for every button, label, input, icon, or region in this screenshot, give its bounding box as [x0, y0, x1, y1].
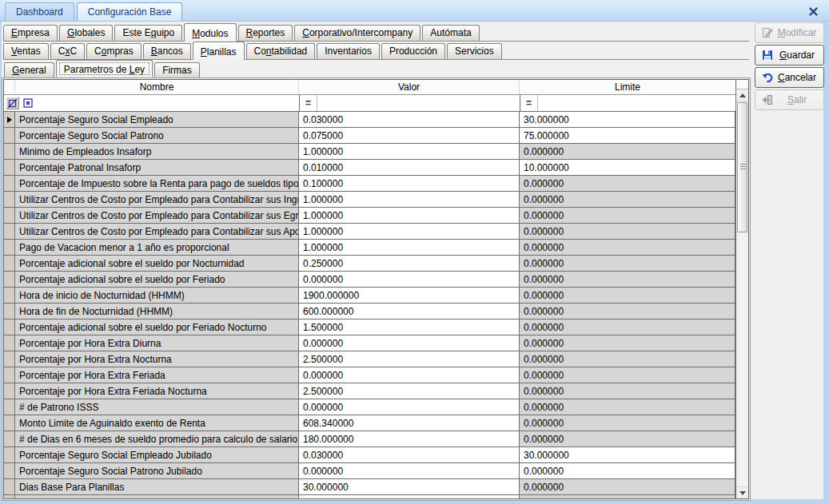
current-row-indicator[interactable]: [4, 112, 15, 128]
row-selector[interactable]: [4, 192, 15, 208]
row-selector[interactable]: [4, 319, 15, 335]
cell-valor[interactable]: 1.000000: [299, 224, 520, 240]
filter-input-valor[interactable]: [317, 95, 520, 111]
column-header-valor[interactable]: Valor: [299, 80, 520, 94]
cell-limite[interactable]: 0.000000: [520, 399, 735, 415]
row-selector[interactable]: [4, 272, 15, 288]
cell-valor[interactable]: 0.075000: [299, 128, 520, 144]
tab-producci-n[interactable]: Producción: [381, 43, 445, 59]
cell-valor[interactable]: [299, 495, 520, 499]
cell-valor[interactable]: 0.000000: [299, 399, 520, 415]
row-selector[interactable]: [4, 288, 15, 304]
row-selector[interactable]: [4, 160, 15, 176]
row-selector[interactable]: [4, 399, 15, 415]
tab-parametros-de-ley[interactable]: Parametros de Ley: [56, 60, 153, 77]
row-selector[interactable]: [4, 415, 15, 431]
cell-limite[interactable]: 0.000000: [520, 256, 735, 272]
row-selector[interactable]: [4, 351, 15, 367]
tab-general[interactable]: General: [4, 62, 54, 77]
row-selector[interactable]: [4, 463, 15, 479]
cell-limite[interactable]: 0.000000: [520, 335, 735, 351]
filter-input-limite[interactable]: [538, 95, 736, 111]
cell-valor[interactable]: 608.340000: [299, 415, 520, 431]
cell-limite[interactable]: 30.000000: [520, 112, 735, 128]
tab-ventas[interactable]: Ventas: [3, 43, 49, 59]
cell-limite[interactable]: 0.000000: [520, 383, 735, 399]
cell-limite[interactable]: 0.000000: [520, 304, 735, 319]
cell-limite[interactable]: 0.000000: [520, 224, 735, 240]
filter-clear-icon[interactable]: [6, 97, 19, 109]
cell-limite[interactable]: 0.000000: [520, 208, 735, 224]
cell-limite[interactable]: 0.000000: [520, 272, 735, 288]
cell-limite[interactable]: 0.000000: [520, 192, 735, 208]
tab-globales[interactable]: Globales: [59, 25, 113, 41]
filter-input-nombre[interactable]: [36, 95, 299, 111]
cell-valor[interactable]: 0.100000: [299, 176, 520, 192]
cell-limite[interactable]: 30.000000: [520, 447, 735, 463]
tab-corporativo-intercompany[interactable]: Corporativo/Intercompany: [294, 25, 420, 41]
cell-valor[interactable]: 1.000000: [299, 240, 520, 256]
cell-valor[interactable]: 2.500000: [299, 351, 520, 367]
cell-valor[interactable]: 600.000000: [299, 304, 520, 319]
cell-valor[interactable]: 1.000000: [299, 144, 520, 160]
row-selector[interactable]: [4, 431, 15, 447]
cell-limite[interactable]: 75.000000: [520, 128, 735, 144]
cell-valor[interactable]: 0.250000: [299, 256, 520, 272]
row-selector[interactable]: [4, 176, 15, 192]
row-selector[interactable]: [4, 224, 15, 240]
filter-operator-valor[interactable]: =: [300, 95, 317, 111]
cell-valor[interactable]: 0.000000: [299, 367, 520, 383]
tab-reportes[interactable]: Reportes: [238, 25, 293, 41]
close-icon[interactable]: [807, 5, 819, 18]
cell-valor[interactable]: 0.030000: [299, 447, 520, 463]
modificar-button[interactable]: Modificar: [755, 22, 824, 43]
cell-valor[interactable]: 0.010000: [299, 160, 520, 176]
tab-servicios[interactable]: Servicios: [447, 43, 502, 59]
row-selector[interactable]: [4, 367, 15, 383]
tab-empresa[interactable]: Empresa: [3, 25, 58, 41]
cell-limite[interactable]: 0.000000: [520, 415, 735, 431]
tab-aut-mata[interactable]: Autómata: [422, 25, 479, 41]
cell-limite[interactable]: 0.000000: [520, 479, 735, 495]
row-selector[interactable]: [4, 304, 15, 319]
cell-valor[interactable]: 2.500000: [299, 383, 520, 399]
scroll-down-icon[interactable]: [736, 486, 748, 498]
row-selector[interactable]: [4, 128, 15, 144]
cell-limite[interactable]: 0.000000: [520, 367, 735, 383]
cell-valor[interactable]: 0.000000: [299, 463, 520, 479]
scroll-up-icon[interactable]: [736, 89, 748, 101]
tab-compras[interactable]: Compras: [86, 43, 141, 59]
cell-valor[interactable]: 30.000000: [299, 479, 520, 495]
cell-valor[interactable]: 1.000000: [299, 208, 520, 224]
cell-valor[interactable]: 0.000000: [299, 272, 520, 288]
guardar-button[interactable]: Guardar: [755, 45, 824, 65]
cell-valor[interactable]: 0.000000: [299, 335, 520, 351]
doc-tab-dashboard[interactable]: Dashboard: [5, 2, 74, 21]
scrollbar-thumb[interactable]: [737, 102, 747, 232]
cancelar-button[interactable]: Cancelar: [755, 67, 824, 88]
row-selector[interactable]: [4, 208, 15, 224]
filter-box-icon[interactable]: [22, 97, 34, 109]
row-selector[interactable]: [4, 479, 15, 495]
cell-limite[interactable]: 0.000000: [520, 176, 735, 192]
cell-limite[interactable]: 0.000000: [520, 319, 735, 335]
row-selector[interactable]: [4, 240, 15, 256]
cell-limite[interactable]: [520, 495, 735, 499]
cell-limite[interactable]: 0.000000: [520, 463, 735, 479]
grid-vertical-scrollbar[interactable]: [735, 80, 748, 498]
tab-firmas[interactable]: Firmas: [154, 62, 200, 77]
tab-modulos[interactable]: Modulos: [184, 23, 236, 42]
cell-valor[interactable]: 1.500000: [299, 319, 520, 335]
cell-valor[interactable]: 1900.000000: [299, 288, 520, 304]
cell-limite[interactable]: 0.000000: [520, 431, 735, 447]
tab-planillas[interactable]: Planillas: [193, 42, 245, 60]
tab-cxc[interactable]: CxC: [50, 43, 85, 59]
filter-operator-limite[interactable]: =: [520, 95, 538, 111]
cell-limite[interactable]: 0.000000: [520, 240, 735, 256]
row-selector[interactable]: [4, 495, 15, 499]
cell-valor[interactable]: 0.030000: [299, 112, 520, 128]
cell-limite[interactable]: 0.000000: [520, 351, 735, 367]
tab-inventarios[interactable]: Inventarios: [317, 43, 380, 59]
row-selector[interactable]: [4, 447, 15, 463]
column-header-limite[interactable]: Limite: [520, 80, 735, 94]
